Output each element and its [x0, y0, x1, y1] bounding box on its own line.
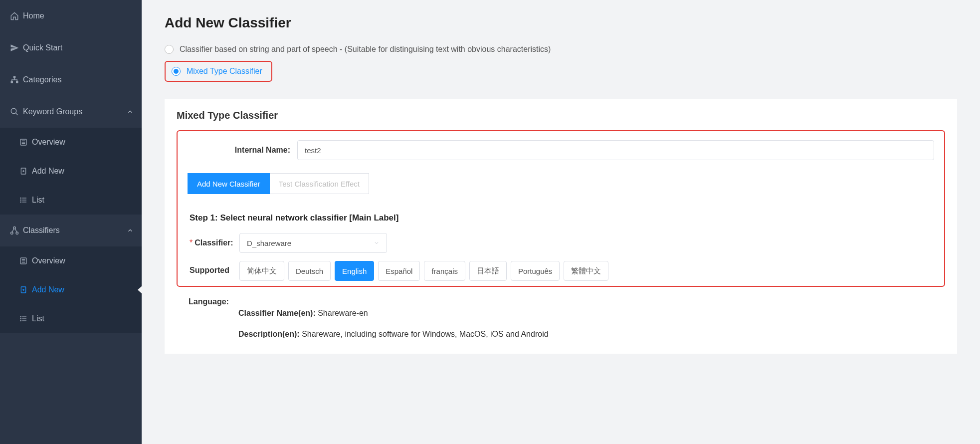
graph-icon [6, 226, 23, 235]
language-details: Language: Classifier Name(en): Shareware… [177, 287, 945, 339]
sidebar-item-label: List [32, 196, 134, 205]
list-icon [15, 315, 32, 323]
chevron-down-icon [374, 240, 380, 246]
lang-btn-en[interactable]: English [335, 261, 374, 281]
description-label: Description(en): [238, 330, 300, 338]
sidebar-item-label: Categories [23, 75, 134, 84]
supported-label: Supported [190, 261, 239, 280]
classifier-card: Mixed Type Classifier Internal Name: Add… [165, 99, 957, 354]
svg-point-31 [20, 316, 21, 317]
sidebar-item-label: Classifiers [23, 226, 127, 235]
svg-point-16 [20, 200, 21, 200]
radio-icon [172, 67, 181, 76]
sidebar-item-label: Home [23, 11, 134, 20]
tab-test-classification-effect[interactable]: Test Classification Effect [270, 173, 369, 194]
sidebar-item-categories[interactable]: Categories [0, 64, 142, 96]
chevron-up-icon [127, 227, 134, 234]
page-title: Add New Classifier [165, 15, 957, 31]
classifier-tabs: Add New Classifier Test Classification E… [188, 173, 944, 194]
lang-btn-fr[interactable]: français [424, 261, 465, 281]
lang-btn-es[interactable]: Español [378, 261, 420, 281]
home-icon [6, 11, 23, 20]
svg-rect-1 [11, 81, 13, 83]
svg-point-19 [16, 232, 18, 234]
svg-rect-2 [16, 81, 18, 83]
description-row: Description(en): Shareware, including so… [238, 330, 933, 339]
chevron-up-icon [127, 108, 134, 115]
list-box-icon [15, 257, 32, 265]
sidebar-item-label: Quick Start [23, 43, 134, 52]
step1-section: Step 1: Select neural network classifier… [178, 194, 944, 281]
radio-label: Mixed Type Classifier [187, 67, 262, 76]
classifier-name-value: Shareware-en [318, 309, 368, 317]
classifier-name-row: Classifier Name(en): Shareware-en [238, 309, 933, 318]
sidebar-item-label: Overview [32, 256, 134, 265]
sidebar-item-label: Overview [32, 138, 134, 147]
radio-option-string-pos[interactable]: Classifier based on string and part of s… [165, 45, 957, 54]
sidebar-item-kg-list[interactable]: List [0, 186, 142, 215]
svg-point-18 [11, 232, 13, 234]
paper-plane-icon [6, 43, 23, 52]
sidebar-item-cl-list[interactable]: List [0, 304, 142, 333]
sidebar-item-kg-add-new[interactable]: Add New [0, 157, 142, 186]
lang-btn-de[interactable]: Deutsch [288, 261, 331, 281]
internal-name-row: Internal Name: [178, 131, 944, 164]
radio-icon [165, 45, 174, 54]
classifier-label: *Classifier: [190, 238, 239, 247]
classifier-name-label: Classifier Name(en): [238, 309, 316, 317]
sidebar-item-cl-overview[interactable]: Overview [0, 246, 142, 275]
card-title: Mixed Type Classifier [177, 110, 945, 121]
internal-name-input[interactable] [297, 140, 934, 160]
supported-language-row: Supported 简体中文 Deutsch English Español f… [190, 261, 932, 281]
sidebar-item-cl-add-new[interactable]: Add New [0, 275, 142, 304]
classifier-select-row: *Classifier: D_shareware [190, 233, 932, 253]
highlight-region: Internal Name: Add New Classifier Test C… [177, 130, 945, 287]
svg-point-20 [13, 227, 16, 229]
description-value: Shareware, including software for Window… [302, 330, 548, 338]
sidebar-item-keyword-groups[interactable]: Keyword Groups [0, 96, 142, 128]
language-buttons: 简体中文 Deutsch English Español français 日本… [239, 261, 608, 281]
add-file-icon [15, 286, 32, 294]
radio-label: Classifier based on string and part of s… [180, 45, 551, 54]
lang-btn-zh-tw[interactable]: 繁體中文 [564, 261, 608, 281]
radio-option-mixed-type[interactable]: Mixed Type Classifier [165, 61, 272, 82]
svg-line-4 [15, 113, 18, 115]
step1-title: Step 1: Select neural network classifier… [190, 213, 932, 223]
tab-add-new-classifier[interactable]: Add New Classifier [188, 173, 270, 194]
sidebar-item-label: Keyword Groups [23, 107, 127, 116]
sidebar-item-kg-overview[interactable]: Overview [0, 128, 142, 157]
svg-point-17 [20, 202, 21, 202]
language-label: Language: [189, 297, 238, 339]
add-file-icon [15, 167, 32, 175]
sidebar-item-quick-start[interactable]: Quick Start [0, 32, 142, 64]
classifier-select[interactable]: D_shareware [239, 233, 387, 253]
sidebar: Home Quick Start Categories Keyword Grou… [0, 0, 142, 444]
svg-point-3 [11, 108, 16, 114]
internal-name-label: Internal Name: [188, 146, 297, 155]
list-icon [15, 196, 32, 204]
sidebar-item-label: List [32, 314, 134, 323]
search-icon [6, 107, 23, 116]
sidebar-item-classifiers[interactable]: Classifiers [0, 215, 142, 246]
main-content: Add New Classifier Classifier based on s… [142, 0, 980, 444]
classifier-select-value: D_shareware [247, 239, 291, 247]
sidebar-item-label: Add New [32, 285, 134, 294]
svg-point-32 [20, 318, 21, 319]
lang-btn-ja[interactable]: 日本語 [469, 261, 507, 281]
lang-btn-pt[interactable]: Português [511, 261, 560, 281]
list-box-icon [15, 138, 32, 146]
sidebar-item-label: Add New [32, 167, 134, 176]
sidebar-item-home[interactable]: Home [0, 0, 142, 32]
svg-rect-0 [13, 76, 16, 79]
svg-point-33 [20, 320, 21, 321]
svg-point-15 [20, 198, 21, 198]
sitemap-icon [6, 75, 23, 84]
lang-btn-zh-cn[interactable]: 简体中文 [239, 261, 284, 281]
